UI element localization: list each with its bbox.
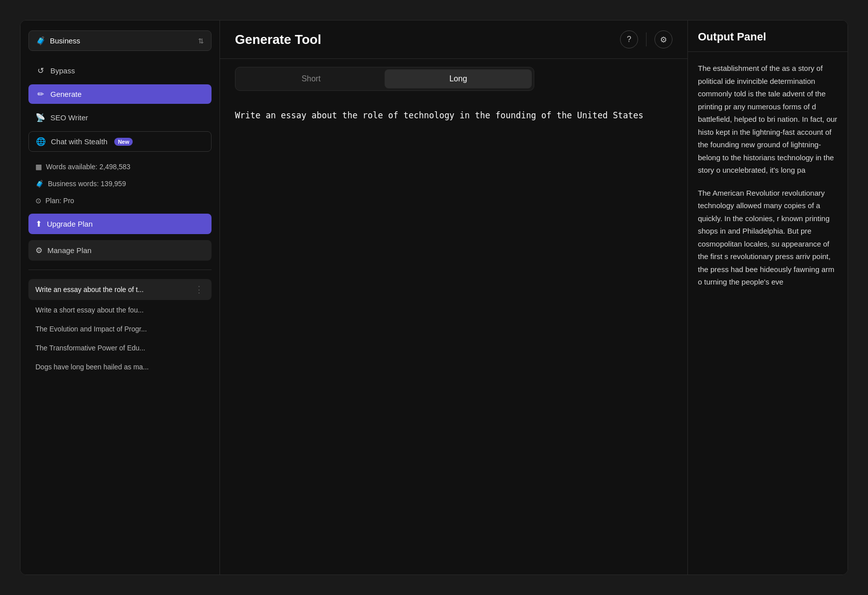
manage-plan-button[interactable]: ⚙ Manage Plan [28,240,212,261]
upgrade-icon: ⬆ [35,219,42,229]
tab-short[interactable]: Short [237,69,385,88]
chat-stealth-icon: 🌐 [36,137,46,146]
bypass-label: Bypass [50,66,75,75]
new-badge: New [114,138,133,146]
manage-label: Manage Plan [47,246,91,255]
main-content: Generate Tool ? ⚙ Short Long [220,20,688,575]
settings-button[interactable]: ⚙ [654,30,672,48]
sidebar-divider [28,270,212,270]
sidebar-stats: ▦ Words available: 2,498,583 🧳 Business … [28,160,212,208]
tabs-row: Short Long [220,59,687,99]
chat-stealth-label: Chat with Stealth [51,137,107,146]
plan-row: ⊙ Plan: Pro [28,194,212,208]
output-header: Output Panel [688,20,848,52]
page-title: Generate Tool [235,32,321,47]
sidebar-item-bypass[interactable]: ↺ Bypass [28,61,212,80]
help-icon: ? [627,35,632,44]
briefcase-icon-small: 🧳 [35,180,44,188]
history-item-label-0: Write an essay about the role of t... [35,286,144,294]
history-item-4[interactable]: Dogs have long been hailed as ma... [28,358,212,376]
words-available-label: Words available: 2,498,583 [46,163,130,171]
header-icons: ? ⚙ [620,30,672,48]
generate-icon: ✏ [35,89,45,99]
sidebar-item-generate[interactable]: ✏ Generate [28,84,212,104]
history-item-2[interactable]: The Evolution and Impact of Progr... [28,320,212,338]
grid-icon: ▦ [35,163,42,171]
output-paragraph-1: The American Revolutior revolutionary te… [698,187,838,289]
seo-writer-label: SEO Writer [50,113,88,122]
app-container: 🧳 Business ⇅ ↺ Bypass ✏ Generate 📡 SEO W… [20,20,848,575]
sidebar: 🧳 Business ⇅ ↺ Bypass ✏ Generate 📡 SEO W… [20,20,220,575]
history-item-1[interactable]: Write a short essay about the fou... [28,301,212,319]
history-item-label-2: The Evolution and Impact of Progr... [35,325,147,333]
prompt-area [220,99,687,575]
sidebar-item-chat-stealth[interactable]: 🌐 Chat with Stealth New [28,131,212,152]
workspace-dropdown[interactable]: 🧳 Business ⇅ [28,30,212,51]
history-item-label-1: Write a short essay about the fou... [35,306,144,314]
history-item-label-3: The Transformative Power of Edu... [35,344,145,352]
bypass-icon: ↺ [35,66,45,75]
plan-label: Plan: Pro [45,197,74,205]
business-words-label: Business words: 139,959 [48,180,126,188]
seo-writer-icon: 📡 [35,113,45,122]
workspace-label: Business [50,36,80,45]
sidebar-item-seo-writer[interactable]: 📡 SEO Writer [28,108,212,127]
business-words-row: 🧳 Business words: 139,959 [28,177,212,191]
output-title: Output Panel [698,30,766,43]
output-content: The establishment of the as a story of p… [688,52,848,575]
help-button[interactable]: ? [620,30,638,48]
history-item-label-4: Dogs have long been hailed as ma... [35,363,149,371]
dots-menu-icon-0[interactable]: ⋮ [195,284,205,295]
manage-icon: ⚙ [35,246,42,255]
prompt-textarea[interactable] [235,109,672,565]
upgrade-label: Upgrade Plan [47,220,93,228]
upgrade-plan-button[interactable]: ⬆ Upgrade Plan [28,214,212,234]
history-item-3[interactable]: The Transformative Power of Edu... [28,339,212,357]
length-tabs: Short Long [235,67,534,91]
workspace-dropdown-left: 🧳 Business [36,36,80,45]
words-available-row: ▦ Words available: 2,498,583 [28,160,212,174]
settings-icon: ⚙ [660,35,667,44]
header-divider [646,32,647,46]
chevron-down-icon: ⇅ [198,37,204,45]
history-item-0[interactable]: Write an essay about the role of t... ⋮ [28,279,212,300]
output-paragraph-0: The establishment of the as a story of p… [698,62,838,177]
history-list: Write an essay about the role of t... ⋮ … [28,279,212,565]
briefcase-icon: 🧳 [36,36,46,45]
main-header: Generate Tool ? ⚙ [220,20,687,59]
tab-long[interactable]: Long [385,69,532,88]
generate-label: Generate [50,90,82,98]
output-panel: Output Panel The establishment of the as… [688,20,848,575]
check-circle-icon: ⊙ [35,197,41,205]
